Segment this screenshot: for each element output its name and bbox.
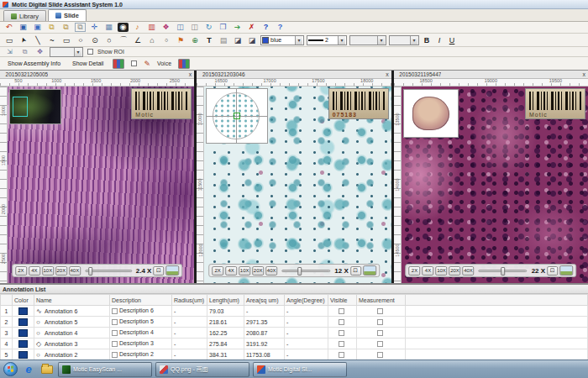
color-swatch[interactable]	[18, 307, 28, 315]
description-cell[interactable]: Description 2	[110, 349, 172, 360]
color-cell[interactable]	[13, 328, 34, 339]
slide-image-area[interactable]: 1000 1500 2000 2500 Motic 2X 4X 10X 20X …	[0, 87, 194, 283]
visible-checkbox[interactable]	[339, 341, 344, 347]
slide-image-area[interactable]: 11000 11500 12000 075183 2X 4X 10X 20X 4…	[197, 87, 391, 283]
grid-view-icon[interactable]: ⧉	[19, 47, 30, 56]
select-region-tool[interactable]: ▭	[3, 34, 15, 45]
polyline-tool[interactable]: ~	[46, 34, 58, 45]
zoom-4x-button[interactable]: 4X	[423, 266, 434, 276]
batch-view-icon[interactable]	[113, 59, 124, 69]
save-all-icon[interactable]: ▣	[32, 23, 43, 32]
chart-icon[interactable]: ▥	[146, 23, 157, 32]
visible-checkbox[interactable]	[339, 330, 344, 336]
measurement-cell[interactable]	[357, 306, 406, 317]
font-select[interactable]: ▾	[349, 35, 386, 45]
col-name[interactable]: Name	[34, 295, 110, 306]
color-cell[interactable]	[13, 349, 34, 360]
sync-view-icon[interactable]: ⧉	[75, 23, 86, 32]
color-swatch[interactable]	[18, 351, 28, 359]
zoom-40x-button[interactable]: 40X	[463, 266, 475, 276]
small-circle-tool[interactable]: ○	[160, 34, 172, 45]
polygon-tool[interactable]: ⌂	[146, 34, 158, 45]
measurement-cell[interactable]	[357, 328, 406, 339]
zoom-slider[interactable]	[85, 270, 132, 272]
col-angle[interactable]: Angle(Degree)	[285, 295, 328, 306]
zoom-slider-thumb[interactable]	[501, 267, 505, 276]
voice-checkbox[interactable]	[131, 60, 137, 66]
description-checkbox[interactable]	[112, 319, 118, 325]
annotation-row[interactable]: 5 ○Annotation 2 Description 2 - 384.31 1…	[1, 349, 588, 360]
undo-icon[interactable]: ↶	[3, 23, 14, 32]
description-cell[interactable]: Description 5	[110, 317, 172, 328]
visible-cell[interactable]	[328, 328, 357, 339]
name-cell[interactable]: ◇Annotation 3	[34, 339, 110, 349]
camera-icon[interactable]: ◉	[118, 23, 129, 32]
zoom-2x-button[interactable]: 2X	[212, 266, 223, 276]
description-cell[interactable]: Description 3	[110, 339, 172, 349]
ellipse-tool[interactable]: ○	[75, 36, 87, 45]
col-area[interactable]: Area(sq um)	[244, 295, 285, 306]
zoom-40x-button[interactable]: 40X	[265, 266, 277, 276]
visible-cell[interactable]	[328, 349, 357, 360]
color-cell[interactable]	[13, 339, 34, 349]
zoom-2x-button[interactable]: 2X	[15, 266, 27, 276]
show-roi-checkbox[interactable]	[87, 49, 93, 55]
globe-tool[interactable]: ⊕	[189, 34, 201, 45]
line-tool[interactable]: ╲	[32, 34, 44, 45]
col-description[interactable]: Description	[110, 295, 172, 306]
pointer-tool[interactable]: ➤	[16, 33, 30, 48]
zoom-10x-button[interactable]: 10X	[42, 266, 54, 276]
zoom-10x-button[interactable]: 10X	[239, 266, 250, 276]
font-size-select[interactable]: ▾	[389, 35, 419, 45]
zoom-slider-thumb[interactable]	[297, 267, 302, 276]
overview-thumbnail[interactable]	[403, 89, 459, 138]
taskbar-app-easyscan[interactable]: Motic EasyScan ...	[58, 362, 152, 377]
slide-id[interactable]: _20150321205005	[3, 71, 48, 77]
measurement-cell[interactable]	[357, 339, 406, 349]
overview-thumbnail[interactable]	[9, 89, 61, 124]
copy-view2-icon[interactable]: ⧉	[60, 23, 71, 32]
locate-button[interactable]: ⊡	[350, 266, 361, 276]
visible-cell[interactable]	[328, 317, 357, 328]
measurement-checkbox[interactable]	[377, 308, 383, 314]
name-cell[interactable]: ○Annotation 5	[34, 317, 110, 328]
slide-id[interactable]: _20150321203046	[199, 71, 244, 77]
note-icon[interactable]: ▤	[218, 34, 229, 45]
zoom-10x-button[interactable]: 10X	[436, 266, 448, 276]
annotation-row[interactable]: 1 ∿Annotation 6 Description 6 - 79.03 - …	[1, 306, 588, 317]
zoom-40x-button[interactable]: 40X	[69, 266, 81, 276]
col-measurement[interactable]: Measurement	[357, 295, 406, 306]
name-cell[interactable]: ○Annotation 4	[34, 328, 110, 339]
cascade-icon[interactable]: ❐	[218, 23, 228, 32]
description-cell[interactable]: Description 6	[110, 306, 172, 317]
measurement-cell[interactable]	[357, 349, 406, 360]
help2-icon[interactable]: ?	[275, 23, 286, 32]
layers-icon[interactable]: ▦	[103, 23, 114, 32]
internet-explorer-button[interactable]: e	[21, 362, 36, 376]
slide-image-area[interactable]: 13500 14000 14500 Motic 2X 4X 10X 20X 40…	[394, 87, 588, 283]
help-icon[interactable]: ?	[260, 23, 271, 32]
close-icon[interactable]: x	[189, 71, 192, 77]
color-swatch[interactable]	[18, 340, 28, 348]
zoom-4x-button[interactable]: 4X	[29, 266, 40, 276]
magnify-icon[interactable]: ✛	[89, 23, 100, 32]
explorer-button[interactable]	[39, 362, 55, 376]
col-color[interactable]: Color	[13, 295, 34, 306]
taskbar-app-motic[interactable]: Motic Digital Sl...	[253, 362, 347, 377]
export-icon[interactable]: ➔	[232, 23, 243, 32]
visible-checkbox[interactable]	[339, 308, 344, 314]
description-checkbox[interactable]	[112, 308, 118, 314]
description-checkbox[interactable]	[112, 341, 118, 347]
underline-button[interactable]: U	[447, 35, 457, 45]
name-cell[interactable]: ○Annotation 2	[34, 349, 110, 360]
color-cell[interactable]	[13, 317, 34, 328]
annotation-row[interactable]: 4 ◇Annotation 3 Description 3 - 275.84 3…	[1, 339, 588, 349]
tab-library[interactable]: Library	[3, 10, 46, 21]
rectangle-tool[interactable]: ▭	[60, 34, 72, 45]
color-cell[interactable]	[13, 306, 34, 317]
line-width-select[interactable]: 2 ▾	[307, 35, 347, 45]
visible-cell[interactable]	[328, 306, 357, 317]
visible-cell[interactable]	[328, 339, 357, 349]
col-visible[interactable]: Visible	[328, 295, 357, 306]
zoom-slider-thumb[interactable]	[88, 267, 92, 276]
